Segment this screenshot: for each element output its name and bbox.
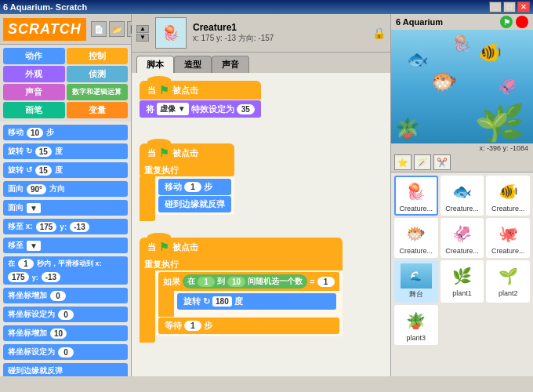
sprites-area: 🪼 Creature... 🐟 Creature... 🐠 Creature..…	[391, 172, 533, 376]
open-file-icon[interactable]: 📂	[109, 21, 125, 37]
fish-3: 🐠	[478, 42, 502, 64]
plant-left: 🪴	[395, 117, 419, 140]
turn-180-block[interactable]: 旋转 ↻ 180 度	[177, 293, 336, 310]
category-grid: 动作 控制 外观 侦测 声音 数字和逻辑运算 画笔 变量	[0, 45, 131, 122]
repeat-inner-2: 移动 1 步 碰到边缘就反弹	[140, 176, 234, 215]
if-bottom	[158, 312, 174, 317]
sprite-info: Creature1 x: 175 y: -13 方向: -157	[193, 22, 366, 44]
repeat-block-3[interactable]: 重复执行	[140, 256, 343, 270]
sprite-cell-plant3[interactable]: 🪴 plant3	[394, 305, 438, 345]
block-face-toward[interactable]: 面向 ▼	[3, 200, 128, 216]
cat-sensing-btn[interactable]: 侦测	[67, 66, 129, 82]
block-change-y[interactable]: 将坐标增加 10	[3, 325, 128, 341]
sprite-nav[interactable]: ▲ ▼	[136, 25, 149, 42]
repeat-bottom-2	[140, 215, 155, 221]
wand-tool-btn[interactable]: 🪄	[414, 154, 431, 170]
block-set-x[interactable]: 将坐标设定为 0	[3, 307, 128, 322]
if-inner: 旋转 ↻ 180 度	[158, 291, 339, 312]
sprite-cell-stage[interactable]: 🌊 舞台	[394, 260, 438, 303]
move-1-block[interactable]: 移动 1 步	[158, 179, 231, 195]
block-turn-left[interactable]: 旋转 ↺ 15 度	[3, 162, 128, 178]
tab-sounds[interactable]: 声音	[212, 56, 249, 73]
sprite-cell-3[interactable]: 🐡 Creature...	[394, 218, 438, 258]
sprite-label-4: Creature...	[444, 247, 481, 255]
block-glide[interactable]: 在 1 秒内，平滑移动到 x:175 y:-13	[3, 256, 128, 285]
sprite-cell-plant1[interactable]: 🌿 plant1	[441, 260, 484, 303]
stage-coords: x: -396 y: -1084	[391, 143, 533, 153]
repeat-block-2[interactable]: 重复执行	[140, 162, 234, 176]
sprite-img-plant3: 🪴	[401, 308, 432, 333]
stop-button[interactable]	[516, 16, 528, 28]
fish-4: 🦑	[498, 77, 517, 96]
tab-costumes[interactable]: 造型	[174, 56, 212, 73]
creature-top: 🪼	[452, 34, 472, 53]
cat-variable-btn[interactable]: 变量	[67, 102, 129, 118]
sprite-label-plant3: plant3	[397, 334, 435, 342]
sprite-label-plant2: plant2	[489, 289, 527, 297]
window-controls[interactable]: _ □ ✕	[489, 2, 530, 13]
cat-motion-btn[interactable]: 动作	[3, 48, 65, 64]
sprite-img-stage: 🌊	[401, 263, 432, 289]
sprite-img-0: 🪼	[401, 179, 432, 204]
scripts-canvas[interactable]: 当 ⚑ 被点击 将 虚像 ▼ 特效设定为 35 当 ⚑ 被点击 重复执行 移动 …	[132, 73, 390, 376]
tab-scripts[interactable]: 脚本	[136, 56, 174, 73]
sprite-img-4: 🦑	[446, 221, 477, 246]
fish-1: 🐟	[407, 49, 428, 70]
block-bounce[interactable]: 碰到边缘就反弹	[3, 363, 128, 376]
scratch-logo: SCRATCH	[3, 18, 86, 41]
close-button[interactable]: ✕	[517, 2, 530, 13]
repeat-bottom-3	[140, 336, 155, 343]
star-tool-btn[interactable]: ⭐	[394, 154, 412, 170]
hat-block-1[interactable]: 当 ⚑ 被点击	[140, 81, 261, 100]
sprite-cell-1[interactable]: 🐟 Creature...	[441, 176, 484, 216]
sprite-label-5: Creature...	[489, 247, 527, 255]
sprites-grid: 🪼 Creature... 🐟 Creature... 🐠 Creature..…	[391, 172, 533, 348]
green-flag-button[interactable]: ⚑	[500, 16, 513, 28]
sprite-label-3: Creature...	[397, 247, 435, 255]
sprite-img-2: 🐠	[492, 179, 524, 204]
sprite-img-5: 🐙	[492, 221, 524, 246]
hat-block-3[interactable]: 当 ⚑ 被点击	[140, 238, 343, 256]
block-move[interactable]: 移动 10 步	[3, 125, 128, 140]
wait-block[interactable]: 等待 1 步	[158, 318, 339, 334]
cat-sound-btn[interactable]: 声音	[3, 84, 65, 100]
sprite-cell-0[interactable]: 🪼 Creature...	[394, 176, 438, 216]
nav-up-arrow[interactable]: ▲	[136, 25, 149, 33]
bounce-block[interactable]: 碰到边缘就反弹	[158, 196, 231, 212]
block-change-x[interactable]: 将坐标增加 0	[3, 288, 128, 303]
stage-toolbar[interactable]: ⭐ 🪄 ✂️	[391, 153, 533, 172]
block-goto-sprite[interactable]: 移至 ▼	[3, 238, 128, 253]
if-block[interactable]: 如果 在 1 到 10 间随机选一个数 = 1	[158, 272, 339, 291]
block-face-dir[interactable]: 面向 90° 方向	[3, 181, 128, 197]
nav-down-arrow[interactable]: ▼	[136, 34, 149, 42]
sprite-coords: x: 175 y: -13 方向: -157	[193, 33, 366, 44]
script-group-2: 当 ⚑ 被点击 重复执行 移动 1 步 碰到边缘就反弹	[140, 143, 234, 221]
block-set-y[interactable]: 将坐标设定为 0	[3, 344, 128, 360]
fish-2: 🐡	[430, 69, 458, 95]
block-turn-right[interactable]: 旋转 ↻ 15 度	[3, 143, 128, 159]
underwater-bg: 🌿 🌱 🪴 🐟 🐡 🐠 🦑 🪼	[391, 30, 533, 143]
stage-title-text: 6 Aquarium	[396, 17, 443, 27]
lock-icon[interactable]: 🔒	[372, 27, 386, 39]
hat-block-2[interactable]: 当 ⚑ 被点击	[140, 143, 234, 162]
cat-looks-btn[interactable]: 外观	[3, 66, 65, 82]
sprite-cell-5[interactable]: 🐙 Creature...	[486, 218, 530, 258]
block-goto-xy[interactable]: 移至 x:175 y:-13	[3, 219, 128, 234]
center-panel: ▲ ▼ 🪼 Creature1 x: 175 y: -13 方向: -157 🔒…	[132, 14, 390, 376]
sprite-cell-2[interactable]: 🐠 Creature...	[486, 176, 530, 216]
cat-control-btn[interactable]: 控制	[67, 48, 129, 64]
cat-operator-btn[interactable]: 数字和逻辑运算	[67, 84, 129, 100]
sprite-label-2: Creature...	[489, 205, 527, 212]
sprite-cell-4[interactable]: 🦑 Creature...	[441, 218, 484, 258]
minimize-button[interactable]: _	[489, 2, 502, 13]
maximize-button[interactable]: □	[503, 2, 516, 13]
stage-controls[interactable]: ⚑	[500, 16, 528, 28]
sprite-cell-plant2[interactable]: 🌱 plant2	[486, 260, 530, 303]
title-bar: 6 Aquarium- Scratch _ □ ✕	[0, 0, 533, 14]
cat-pen-btn[interactable]: 画笔	[3, 102, 65, 118]
looks-ghost-block[interactable]: 将 虚像 ▼ 特效设定为 35	[140, 100, 261, 118]
stage-display: 🌿 🌱 🪴 🐟 🐡 🐠 🦑 🪼	[391, 30, 533, 143]
sprite-img-1: 🐟	[446, 179, 477, 204]
new-file-icon[interactable]: 📄	[91, 21, 107, 37]
scissors-tool-btn[interactable]: ✂️	[433, 154, 451, 170]
